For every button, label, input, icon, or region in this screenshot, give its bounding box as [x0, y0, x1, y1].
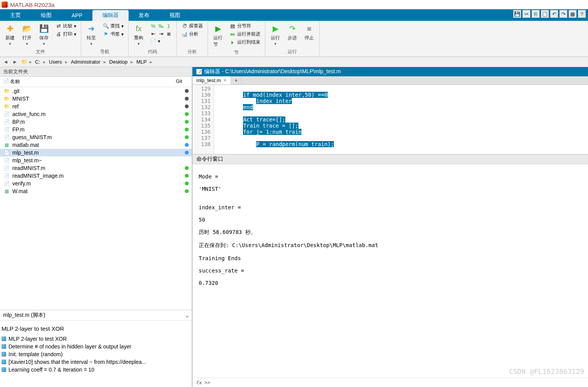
file-row[interactable]: 📄mlp_test.m~	[0, 156, 192, 164]
detail-item[interactable]: Determine # of nodes in hidden layer & o…	[0, 343, 190, 350]
print-button[interactable]: 🖨打印 ▾	[54, 30, 78, 38]
folder-icon: 📁	[3, 103, 10, 109]
file-name: guess_MNIST.m	[12, 134, 185, 140]
cut-icon[interactable]: ✂	[523, 10, 530, 18]
close-tab-icon[interactable]: ✕	[223, 78, 227, 83]
name-column[interactable]: 名称	[10, 78, 169, 85]
details-title: MLP 2-layer to test XOR	[0, 324, 190, 335]
stop-button[interactable]: ■停止	[302, 22, 316, 42]
code-area[interactable]: if mod(index_inter,50) ==0 index_inter e…	[214, 85, 588, 154]
section-break-button[interactable]: ▤分节符	[228, 22, 262, 30]
matlab-logo-icon	[2, 2, 8, 8]
crumb-mlp[interactable]: MLP	[134, 59, 149, 65]
analyzer-button[interactable]: 📊分析	[180, 30, 204, 38]
command-window[interactable]: Mode = 'MNIST' index_inter = 50 历时 58.60…	[193, 164, 588, 378]
file-name: W.mat	[12, 188, 185, 194]
file-row[interactable]: ▦W.mat	[0, 187, 192, 195]
detail-item[interactable]: Learning coeff = 0.7 & Iteration = 10	[0, 366, 190, 374]
tab-home[interactable]: 主页	[0, 10, 31, 21]
bookmark-button[interactable]: ⚑书签 ▾	[101, 30, 125, 38]
git-status-icon	[185, 143, 189, 147]
crumb-desktop[interactable]: Desktop	[107, 59, 130, 65]
nav-fwd-icon[interactable]: ►	[11, 58, 19, 66]
command-prompt[interactable]: fx >>	[193, 378, 588, 387]
undo-icon[interactable]: ↶	[550, 10, 558, 18]
crumb-admin[interactable]: Administrator	[69, 59, 103, 65]
code-indent-button[interactable]: ⇤⇥≣	[149, 30, 173, 37]
copy-icon[interactable]: ⎘	[532, 10, 539, 18]
git-status-icon	[185, 89, 189, 93]
nav-back-icon[interactable]: ◄	[2, 58, 10, 66]
group-file: ✚新建▼ 📂打开▼ 💾保存▼ ⇄比较 ▾ 🖨打印 ▾ 文件	[0, 21, 81, 57]
details-collapse-icon[interactable]: ⌵	[186, 312, 189, 318]
tab-publish[interactable]: 发布	[129, 10, 159, 21]
file-row[interactable]: 📄readMNIST.m	[0, 164, 192, 172]
file-row[interactable]: 📄BP.m	[0, 118, 192, 126]
save-button[interactable]: 💾保存▼	[37, 22, 51, 47]
quick-access-toolbar: 💾 ✂ ⎘ 📋 ↶ ↷ ▦ ?	[513, 10, 586, 18]
file-name: verify.m	[12, 180, 185, 187]
run-to-end-button[interactable]: ⏵运行到结束	[228, 39, 262, 46]
folder-icon: 📁	[3, 88, 10, 94]
file-name: mlp_test.m	[12, 150, 185, 156]
file-row[interactable]: 📄guess_MNIST.m	[0, 133, 192, 141]
layout-icon[interactable]: ▦	[569, 10, 576, 18]
profiler-button[interactable]: ⏱探查器	[180, 22, 204, 30]
file-row[interactable]: 📄FP.m	[0, 126, 192, 133]
detail-item[interactable]: [Xavier10] shows that the interval ~ fro…	[0, 358, 190, 366]
command-output: Mode = 'MNIST' index_inter = 50 历时 58.60…	[199, 173, 582, 286]
file-row[interactable]: 📄readMNIST_image.m	[0, 172, 192, 180]
editor-tab-mlp-test[interactable]: mlp_test.m ✕	[193, 76, 231, 84]
section-icon	[2, 367, 6, 372]
redo-icon[interactable]: ↷	[560, 10, 567, 18]
step-button[interactable]: ↷步进	[285, 22, 299, 42]
code-editor[interactable]: 129130131132133134135136137138 if mod(in…	[193, 85, 588, 154]
file-row[interactable]: 📁MNIST	[0, 95, 192, 103]
nav-up-icon[interactable]: 📁	[20, 58, 28, 66]
line-gutter: 129130131132133134135136137138	[193, 85, 214, 154]
find-button[interactable]: 🔍查找 ▾	[101, 22, 125, 30]
run-section-button[interactable]: ▶运行 节	[211, 22, 225, 49]
open-button[interactable]: 📂打开▼	[20, 22, 34, 47]
new-tab-button[interactable]: +	[231, 76, 242, 84]
git-column[interactable]: Git	[169, 78, 189, 85]
tab-view[interactable]: 视图	[159, 10, 190, 21]
refactor-button[interactable]: fx重构▼	[132, 22, 146, 47]
run-button[interactable]: ▶运行▼	[268, 22, 282, 47]
crumb-c[interactable]: C:	[33, 59, 42, 65]
section-icon	[2, 360, 6, 364]
paste-icon[interactable]: 📋	[541, 10, 549, 18]
file-row[interactable]: 📄mlp_test.m	[0, 149, 192, 156]
file-row[interactable]: 📄verify.m	[0, 180, 192, 187]
file-row[interactable]: 📁ref	[0, 103, 192, 110]
file-list-header: 📄 名称 Git	[0, 77, 192, 87]
file-list[interactable]: 📁.git📁MNIST📁ref📄active_func.m📄BP.m📄FP.m📄…	[0, 87, 192, 310]
file-name: MNIST	[12, 96, 185, 102]
tab-editor[interactable]: 编辑器	[92, 10, 129, 21]
compare-button[interactable]: ⇄比较 ▾	[54, 22, 78, 30]
tab-plots[interactable]: 绘图	[31, 10, 62, 21]
detail-item[interactable]: MLP 2-layer to test XOR	[0, 335, 190, 343]
details-panel: mlp_test.m (脚本)⌵ MLP 2-layer to test XOR…	[0, 310, 192, 387]
file-row[interactable]: 📄active_func.m	[0, 110, 192, 118]
code-fold-button[interactable]: 📄 ▾	[149, 38, 173, 45]
run-advance-button[interactable]: ⏭运行并前进	[228, 30, 262, 38]
file-row[interactable]: ▦matlab.mat	[0, 141, 192, 149]
new-button[interactable]: ✚新建▼	[3, 22, 17, 47]
fx-icon[interactable]: fx	[196, 380, 202, 385]
section-icon	[2, 344, 6, 349]
file-name: BP.m	[12, 119, 185, 125]
git-status-icon	[185, 182, 189, 185]
file-row[interactable]: 📁.git	[0, 87, 192, 95]
code-comment-button[interactable]: %‰⁒	[149, 22, 173, 29]
save-icon[interactable]: 💾	[513, 10, 521, 18]
m-icon: 📄	[3, 111, 10, 117]
tab-apps[interactable]: APP	[62, 10, 92, 21]
help-icon[interactable]: ?	[578, 10, 586, 18]
m-icon: 📄	[3, 165, 10, 171]
detail-item[interactable]: Init. template (random)	[0, 350, 190, 358]
details-header: mlp_test.m (脚本)	[3, 312, 45, 319]
goto-button[interactable]: ➜转至▼	[84, 22, 98, 47]
crumb-users[interactable]: Users	[47, 59, 64, 65]
editor-tabs: mlp_test.m ✕ +	[193, 76, 588, 85]
